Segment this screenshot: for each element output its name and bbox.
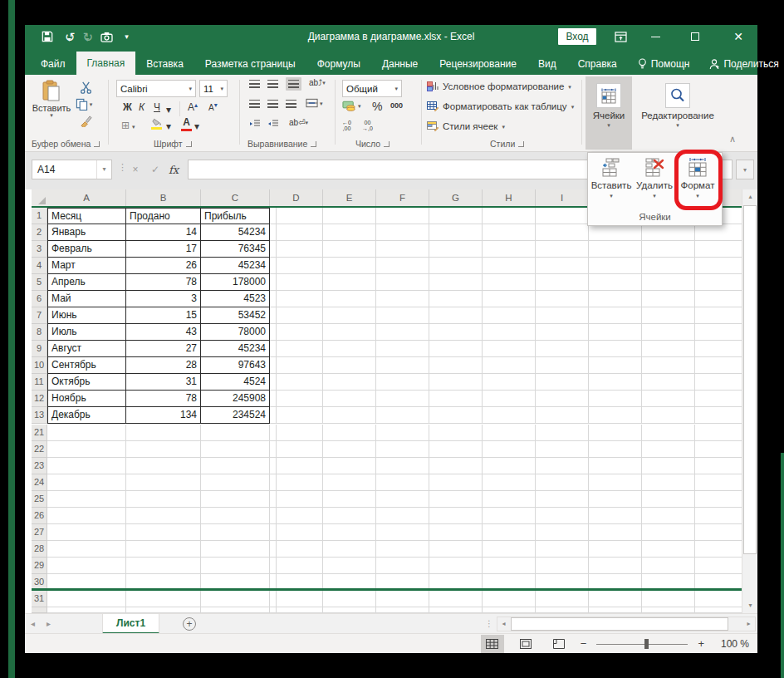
cell[interactable]: Ноябрь: [47, 391, 126, 407]
row-header[interactable]: 22: [32, 441, 47, 458]
select-all-corner[interactable]: [32, 189, 47, 206]
increase-indent-icon[interactable]: [267, 120, 279, 128]
format-painter-icon[interactable]: [76, 113, 95, 128]
editing-group-button[interactable]: Редактирование ▾: [636, 76, 719, 150]
column-header[interactable]: H: [483, 189, 536, 206]
row-header[interactable]: 10: [32, 357, 47, 374]
row-fill[interactable]: [270, 291, 742, 307]
collapse-ribbon-icon[interactable]: ∧: [729, 135, 741, 143]
cell[interactable]: 54234: [201, 224, 270, 241]
row-header[interactable]: 4: [32, 258, 47, 274]
cell[interactable]: 245908: [201, 391, 270, 407]
italic-button[interactable]: К: [139, 101, 145, 113]
column-header[interactable]: E: [323, 189, 376, 206]
sign-in-button[interactable]: Вход: [558, 28, 596, 45]
row-fill[interactable]: [270, 524, 742, 541]
font-color-dropdown-icon[interactable]: ▾: [194, 125, 199, 129]
tab-formulas[interactable]: Формулы: [306, 53, 371, 75]
row-fill[interactable]: [270, 241, 742, 258]
scroll-down-icon[interactable]: ▾: [742, 598, 758, 613]
row-header[interactable]: 31: [32, 591, 47, 607]
close-button[interactable]: ✕: [724, 25, 752, 48]
maximize-button[interactable]: [681, 25, 709, 48]
cell[interactable]: 4524: [201, 374, 270, 391]
share-item[interactable]: Поделиться: [699, 53, 784, 75]
cell[interactable]: Март: [47, 258, 126, 274]
cell[interactable]: [47, 441, 126, 458]
shrink-font-button[interactable]: A▾: [208, 101, 218, 113]
sheet-nav-left-icon[interactable]: ◂: [25, 619, 41, 628]
sheet-nav-right-icon[interactable]: ▸: [41, 619, 56, 628]
tab-file[interactable]: Файл: [30, 53, 76, 75]
row-fill[interactable]: [270, 607, 742, 613]
merge-center-icon[interactable]: ▾: [306, 98, 323, 108]
zoom-out-icon[interactable]: −: [581, 637, 587, 650]
enter-icon[interactable]: ✓: [146, 160, 164, 179]
cell[interactable]: [201, 441, 270, 458]
row-header[interactable]: 26: [32, 508, 47, 524]
cell[interactable]: 134: [126, 407, 201, 424]
accounting-format-icon[interactable]: ▾: [342, 100, 361, 111]
row-fill[interactable]: [270, 341, 742, 357]
cell[interactable]: Август: [47, 341, 126, 357]
cell[interactable]: [47, 491, 126, 508]
undo-icon[interactable]: ↺▾: [65, 31, 71, 43]
cell[interactable]: 178000: [201, 274, 270, 291]
zoom-level[interactable]: 100 %: [714, 638, 749, 650]
comma-style-button[interactable]: 000: [390, 101, 403, 110]
wrap-text-icon[interactable]: ab⏎▾: [289, 118, 308, 127]
dialog-launcher-icon[interactable]: [518, 141, 524, 147]
tab-home[interactable]: Главная: [76, 52, 136, 75]
increase-decimal-icon[interactable]: ←0,00: [342, 120, 351, 131]
sheet-tab-active[interactable]: Лист1: [102, 614, 159, 634]
underline-dropdown-icon[interactable]: ▾: [166, 108, 171, 112]
borders-button[interactable]: ⊞▾: [121, 120, 135, 131]
row-header[interactable]: 3: [32, 241, 47, 258]
cell[interactable]: [201, 591, 270, 607]
cell[interactable]: [126, 524, 201, 541]
row-fill[interactable]: [270, 274, 742, 291]
cell[interactable]: [201, 508, 270, 524]
underline-button[interactable]: Ч: [154, 101, 160, 113]
cell[interactable]: 43: [126, 324, 201, 341]
vertical-scrollbar[interactable]: ▴ ▾: [742, 189, 757, 613]
cell[interactable]: 78: [126, 274, 201, 291]
redo-icon[interactable]: ↻▾: [83, 31, 90, 43]
cell[interactable]: 4523: [201, 291, 270, 307]
fill-color-dropdown-icon[interactable]: ▾: [166, 125, 171, 129]
cell[interactable]: 14: [126, 224, 201, 241]
save-icon[interactable]: [42, 31, 53, 42]
column-header[interactable]: C: [201, 189, 270, 206]
scroll-right-icon[interactable]: ▸: [742, 617, 755, 631]
cell[interactable]: [47, 541, 126, 558]
row-header[interactable]: 2: [32, 224, 47, 241]
row-fill[interactable]: [270, 307, 742, 324]
grow-font-button[interactable]: A▴: [188, 101, 198, 113]
cell[interactable]: Апрель: [47, 274, 126, 291]
row-fill[interactable]: [270, 508, 742, 524]
tab-page-layout[interactable]: Разметка страницы: [194, 53, 306, 75]
cell[interactable]: 45234: [201, 258, 270, 274]
row-header[interactable]: 28: [32, 541, 47, 558]
insert-function-button[interactable]: fx: [164, 160, 183, 179]
row-header[interactable]: 6: [32, 291, 47, 307]
expand-formula-bar-icon[interactable]: ▾: [736, 160, 754, 179]
row-fill[interactable]: [270, 324, 742, 341]
vertical-scroll-thumb[interactable]: [743, 205, 757, 554]
cell[interactable]: Январь: [47, 224, 126, 241]
align-middle-icon[interactable]: [267, 80, 278, 88]
scroll-left-icon[interactable]: ◂: [497, 617, 510, 631]
cell[interactable]: [126, 541, 201, 558]
row-header[interactable]: 9: [32, 341, 47, 357]
insert-cells-button[interactable]: Вставить▾: [590, 155, 633, 207]
row-header[interactable]: 7: [32, 307, 47, 324]
cell[interactable]: 3: [126, 291, 201, 307]
zoom-slider[interactable]: [596, 638, 688, 650]
row-header[interactable]: 5: [32, 274, 47, 291]
minimize-button[interactable]: [641, 25, 669, 48]
row-fill[interactable]: [270, 458, 742, 474]
row-fill[interactable]: [270, 224, 742, 241]
decrease-indent-icon[interactable]: [249, 120, 261, 128]
paste-button[interactable]: Вставить▾: [33, 80, 70, 117]
horizontal-scroll-thumb[interactable]: [511, 617, 728, 631]
